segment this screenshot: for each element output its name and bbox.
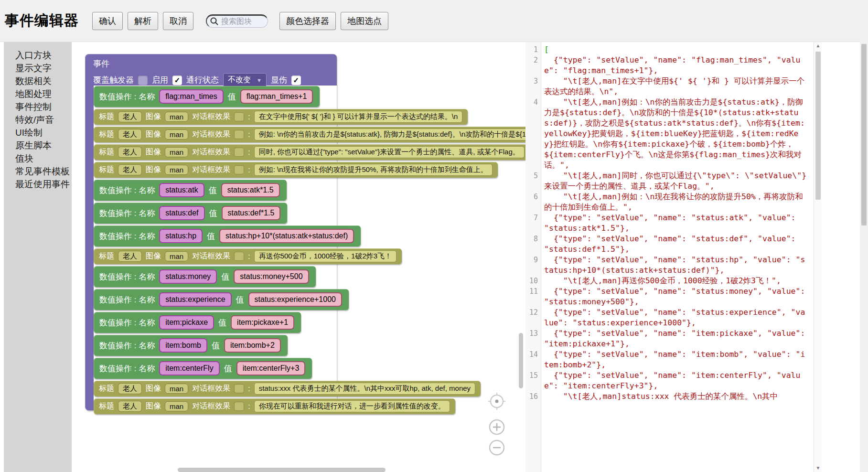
dialog-text-pill[interactable]: 例如: \n你的当前攻击力是${status:atk}, 防御力是${statu… (254, 129, 525, 140)
title-label: 标题 (99, 384, 114, 394)
damage-checkbox[interactable]: ✓ (291, 75, 301, 85)
value-expr-pill[interactable]: status:money+500 (234, 269, 309, 284)
line-number: 2 (525, 55, 541, 65)
setvalue-block[interactable]: 数值操作 : 名称 status:def 值 status:def*1.5 (94, 203, 287, 224)
dialog-text-block[interactable]: 标题 老人 图像 man 对话框效果 : 你现在可以重新和我进行对话，进一步看到… (94, 398, 455, 414)
dialog-text-pill[interactable]: 你现在可以重新和我进行对话，进一步看到属性值的改变。 (254, 400, 450, 412)
page-scrollbar[interactable] (860, 0, 868, 472)
dialog-text-block[interactable]: 标题 老人 图像 man 对话框效果 : 在文字中使用${' ${ '}和 } … (94, 109, 468, 125)
setvalue-label: 数值操作 : 名称 (99, 317, 155, 328)
value-expr-pill[interactable]: item:centerFly+3 (236, 361, 306, 375)
speaker-pill[interactable]: 老人 (118, 147, 142, 158)
code-editor[interactable]: 1 [ 2 {"type": "setValue", "name": "flag… (525, 42, 814, 472)
dialog-text-pill[interactable]: 在文字中使用${' ${ '}和 } 可以计算并显示一个表达式的结果。\n (254, 111, 463, 123)
trigger-checkbox[interactable] (138, 75, 148, 85)
value-name-pill[interactable]: status:money (159, 269, 217, 284)
image-pill[interactable]: man (165, 384, 188, 394)
setvalue-block[interactable]: 数值操作 : 名称 item:pickaxe 值 item:pickaxe+1 (94, 312, 301, 333)
zoom-out-button[interactable] (486, 437, 507, 458)
speaker-pill[interactable]: 老人 (118, 401, 142, 412)
dialog-text-block[interactable]: 标题 老人 图像 man 对话框效果 : 同时, 你也可以通过{"type": … (94, 144, 525, 160)
parse-button[interactable]: 解析 (128, 12, 158, 30)
dialog-effect-checkbox[interactable] (234, 165, 244, 174)
speaker-pill[interactable]: 老人 (118, 383, 142, 394)
pass-state-dropdown[interactable]: 不改变 ▼ (223, 73, 267, 87)
dialog-effect-checkbox[interactable] (234, 112, 244, 121)
blockly-workspace[interactable]: 事件 覆盖触发器 启用 ✓ 通行状态 不改变 ▼ 显伤 ✓ 数值操作 : 名称 … (72, 42, 525, 472)
dialog-text-block[interactable]: 标题 老人 图像 man 对话框效果 : 再送你500金币，1000经验，1破2… (94, 248, 402, 264)
toolbox-category[interactable]: 地图处理 (4, 87, 72, 100)
toolbox-category[interactable]: 事件控制 (4, 100, 72, 113)
value-expr-pill[interactable]: status:hp+10*(status:atk+status:def) (219, 229, 354, 243)
dialog-effect-checkbox[interactable] (234, 130, 244, 139)
speaker-pill[interactable]: 老人 (118, 164, 142, 175)
value-name-pill[interactable]: item:pickaxe (159, 315, 214, 330)
value-expr-pill[interactable]: status:atk*1.5 (221, 183, 280, 197)
toolbox-category[interactable]: 最近使用事件 (4, 178, 72, 191)
setvalue-block[interactable]: 数值操作 : 名称 item:centerFly 值 item:centerFl… (94, 358, 312, 379)
speaker-pill[interactable]: 老人 (118, 129, 142, 140)
dialog-text-pill[interactable]: status:xxx 代表勇士的某个属性。\n其中xxx可取hp, atk, d… (254, 383, 475, 395)
value-name-pill[interactable]: item:centerFly (159, 361, 219, 375)
map-pick-button[interactable]: 地图选点 (341, 12, 388, 30)
image-pill[interactable]: man (165, 129, 188, 139)
setvalue-block[interactable]: 数值操作 : 名称 status:atk 值 status:atk*1.5 (94, 180, 287, 201)
scroll-down-icon[interactable]: ▼ (814, 464, 822, 472)
zoom-in-button[interactable] (486, 417, 507, 438)
enable-checkbox[interactable]: ✓ (172, 75, 182, 85)
dialog-text-block[interactable]: 标题 老人 图像 man 对话框效果 : 例如: \n你的当前攻击力是${sta… (94, 127, 525, 142)
workspace-horizontal-scrollbar[interactable] (178, 468, 386, 472)
toolbox-category[interactable]: 原生脚本 (4, 139, 72, 152)
zoom-reset-button[interactable] (486, 391, 507, 412)
dialog-text-pill[interactable]: 同时, 你也可以通过{"type": "setValue"}来设置一个勇士的属性… (254, 146, 525, 158)
image-pill[interactable]: man (165, 401, 188, 411)
toolbox-category[interactable]: 值块 (4, 152, 72, 165)
toolbox-category[interactable]: 特效/声音 (4, 113, 72, 126)
value-expr-pill[interactable]: flag:man_times+1 (240, 89, 313, 104)
dialog-text-pill[interactable]: 例如: \n现在我将让你的攻防提升50%, 再将攻防和的十倍加到生命值上。 (254, 164, 493, 176)
setvalue-block[interactable]: 数值操作 : 名称 flag:man_times 值 flag:man_time… (94, 86, 320, 107)
value-expr-pill[interactable]: item:pickaxe+1 (231, 315, 294, 330)
image-pill[interactable]: man (165, 165, 188, 175)
setvalue-block[interactable]: 数值操作 : 名称 status:money 值 status:money+50… (94, 266, 316, 287)
code-scrollbar[interactable]: ▲ ▼ (814, 42, 822, 472)
color-picker-button[interactable]: 颜色选择器 (279, 12, 336, 30)
value-name-pill[interactable]: status:experience (159, 292, 231, 307)
dialog-effect-checkbox[interactable] (234, 384, 244, 393)
page-scrollbar-thumb[interactable] (861, 44, 867, 225)
toolbox-category[interactable]: 显示文字 (4, 62, 72, 75)
value-name-pill[interactable]: status:atk (159, 183, 204, 197)
speaker-pill[interactable]: 老人 (118, 251, 142, 262)
colon-label: : (248, 252, 250, 261)
code-scrollbar-thumb[interactable] (815, 52, 821, 200)
cancel-button[interactable]: 取消 (163, 12, 193, 30)
value-expr-pill[interactable]: item:bomb+2 (224, 338, 281, 353)
dialog-effect-checkbox[interactable] (234, 252, 244, 261)
toolbox-category[interactable]: 常见事件模板 (4, 165, 72, 178)
image-pill[interactable]: man (165, 112, 188, 122)
setvalue-block[interactable]: 数值操作 : 名称 item:bomb 值 item:bomb+2 (94, 335, 288, 356)
confirm-button[interactable]: 确认 (92, 12, 123, 30)
toolbox-category[interactable]: 入口方块 (4, 49, 72, 62)
value-name-pill[interactable]: status:def (159, 206, 204, 220)
value-name-pill[interactable]: status:hp (159, 229, 203, 243)
scroll-up-icon[interactable]: ▲ (814, 42, 822, 50)
dialog-text-block[interactable]: 标题 老人 图像 man 对话框效果 : status:xxx 代表勇士的某个属… (94, 381, 481, 397)
image-pill[interactable]: man (165, 251, 188, 261)
value-expr-pill[interactable]: status:experience+1000 (248, 292, 342, 307)
value-expr-pill[interactable]: status:def*1.5 (222, 206, 281, 220)
toolbox-category[interactable]: 数据相关 (4, 75, 72, 87)
setvalue-block[interactable]: 数值操作 : 名称 status:experience 值 status:exp… (94, 289, 349, 310)
value-name-pill[interactable]: item:bomb (159, 338, 207, 353)
speaker-pill[interactable]: 老人 (118, 111, 142, 122)
code-line-text: {"type": "setValue", "name": "item:picka… (541, 328, 814, 349)
dialog-effect-checkbox[interactable] (234, 148, 244, 157)
setvalue-block[interactable]: 数值操作 : 名称 status:hp 值 status:hp+10*(stat… (94, 225, 361, 247)
dialog-effect-checkbox[interactable] (234, 402, 244, 411)
dialog-text-pill[interactable]: 再送你500金币，1000经验，1破2炸3飞！ (254, 250, 396, 262)
image-pill[interactable]: man (165, 147, 188, 157)
toolbox-category[interactable]: UI绘制 (4, 126, 72, 139)
workspace-vertical-scrollbar[interactable] (519, 333, 523, 388)
dialog-text-block[interactable]: 标题 老人 图像 man 对话框效果 : 例如: \n现在我将让你的攻防提升50… (94, 162, 498, 178)
value-name-pill[interactable]: flag:man_times (159, 89, 224, 104)
